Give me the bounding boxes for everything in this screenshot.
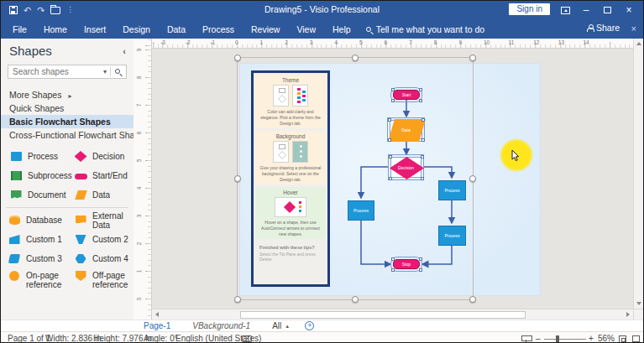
search-dropdown-icon[interactable]: ▾ [100,68,110,75]
sidebar-item-quick-shapes[interactable]: Quick Shapes [1,101,134,115]
shape-selection-handle[interactable] [389,155,392,159]
connector-decision-process-left[interactable] [361,167,389,198]
flowchart-node-stop[interactable]: Stop [393,259,420,269]
shape-selection-handle[interactable] [388,118,391,122]
shape-selection-handle[interactable] [391,88,395,91]
sidebar-item-cross-functional-flowchart-shapes[interactable]: Cross-Functional Flowchart Shapes [1,128,134,142]
ribbon-tab-view[interactable]: View [288,21,324,38]
scroll-up-icon[interactable] [636,42,641,45]
ribbon-display-options-button[interactable] [556,1,574,19]
getting-started-tip-panel[interactable]: Theme Color can add clarity and elegance… [251,70,330,287]
collapse-shapes-panel-icon[interactable]: ‹ [123,46,126,56]
angle-indicator[interactable]: Angle: 0° [144,334,178,343]
ribbon-tab-review[interactable]: Review [243,21,288,38]
zoom-slider-thumb[interactable] [556,335,559,343]
shape-selection-handle[interactable] [389,177,392,180]
stencil-icon-box [74,172,87,179]
shape-selection-handle[interactable] [421,155,424,159]
flowchart-node-process-left[interactable]: Process [348,200,374,221]
stencil-icon-box [9,190,23,200]
stencil-shape-off-page-reference[interactable]: Off-page reference [67,268,134,297]
zoom-in-button[interactable]: + [589,334,594,343]
ribbon-tab-home[interactable]: Home [35,21,76,38]
shape-selection-handle[interactable] [419,268,422,272]
ribbon-tab-process[interactable]: Process [194,21,243,38]
shape-selection-handle[interactable] [391,257,395,261]
stencil-shape-custom-3[interactable]: Custom 3 [1,249,67,268]
stencil-shape-custom-4[interactable]: Custom 4 [67,249,134,268]
shape-selection-handle[interactable] [419,257,422,261]
flowchart-node-decision[interactable]: Decision [390,157,421,178]
stencil-shape-custom-2[interactable]: Custom 2 [67,230,134,249]
scroll-down-icon[interactable] [636,302,641,305]
scrollbar-corner [633,309,644,320]
all-pages-button[interactable]: All ▲ [272,321,290,330]
search-shapes-icon[interactable] [115,69,120,74]
horizontal-scrollbar-thumb[interactable] [240,311,526,319]
stencil-shape-data[interactable]: Data [67,185,134,205]
insert-page-button[interactable]: + [305,321,314,330]
scroll-right-icon[interactable] [626,312,630,317]
page-indicator[interactable]: Page 1 of 1 [8,334,50,343]
shape-selection-handle[interactable] [388,138,391,142]
stencil-shape-subprocess[interactable]: Subprocess [1,166,67,185]
switch-windows-icon[interactable] [632,335,640,342]
stencil-icon-box [8,235,21,244]
stencil-shape-database[interactable]: Database [1,210,67,230]
share-button[interactable]: Share [587,23,620,33]
connector-process-right-stop[interactable] [422,246,452,264]
ribbon-tab-insert[interactable]: Insert [76,21,114,38]
close-button[interactable]: × [620,1,638,19]
zoom-slider[interactable] [544,339,586,340]
stencil-shape-custom-1[interactable]: Custom 1 [1,230,67,249]
flowchart-node-process-right-2[interactable]: Process [438,226,466,246]
tip-section-title: Hover [259,190,322,195]
stencil-shape-start-end[interactable]: Start/End [67,166,134,185]
shape-selection-handle[interactable] [419,88,422,91]
flowchart-node-start[interactable]: Start [393,90,420,100]
shape-selection-handle[interactable] [421,118,425,122]
drawing-area[interactable]: Theme Color can add clarity and elegance… [152,49,633,309]
collapse-ribbon-icon[interactable]: × [631,23,636,34]
stencil-shape-external-data[interactable]: External Data [67,210,134,230]
horizontal-scrollbar[interactable] [152,309,633,320]
zoom-level[interactable]: 56% [598,334,615,343]
flowchart-node-process-right-1[interactable]: Process [438,180,466,200]
sidebar-item-more-shapes[interactable]: More Shapes▸ [1,88,134,101]
scroll-left-icon[interactable] [155,312,159,317]
external-data-icon [76,216,86,225]
page-tab-page-1[interactable]: Page-1 [144,321,170,330]
shape-selection-handle[interactable] [391,99,395,102]
zoom-out-button[interactable]: – [536,334,541,343]
shape-selection-handle[interactable] [421,138,425,142]
stencil-icon-box [8,254,21,263]
ribbon-tab-design[interactable]: Design [114,21,159,38]
stencil-shape-on-page-reference[interactable]: On-page reference [1,268,67,297]
sidebar-item-label: Quick Shapes [9,103,64,113]
ribbon-tab-help[interactable]: Help [324,21,359,38]
stencil-shape-document[interactable]: Document [1,185,67,205]
sign-in-button[interactable]: Sign in [509,3,550,15]
minimize-button[interactable]: – [577,1,595,19]
keyboard-language-icon[interactable] [242,335,252,342]
ribbon-tab-file[interactable]: File [4,21,35,38]
vertical-scrollbar[interactable] [633,39,644,309]
tell-me-search[interactable]: Tell me what you want to do [366,24,485,34]
restore-button[interactable] [598,1,616,19]
shape-selection-handle[interactable] [421,177,424,180]
search-shapes-input[interactable] [8,67,100,76]
sidebar-item-basic-flowchart-shapes[interactable]: Basic Flowchart Shapes [1,115,134,128]
stencil-shape-process[interactable]: Process [1,147,67,166]
connector-decision-process-right[interactable] [424,167,452,178]
fit-page-icon[interactable] [619,335,626,343]
connector-process-left-stop[interactable] [361,221,390,264]
shape-selection-handle[interactable] [391,268,395,272]
person-icon [587,24,593,31]
ribbon-tab-data[interactable]: Data [159,21,194,38]
presentation-mode-icon[interactable] [521,335,531,341]
shape-selection-handle[interactable] [419,99,422,102]
drawing-canvas[interactable]: -3-2-101234567891011121314 [152,39,644,320]
page-tab-vbackground-1[interactable]: VBackground-1 [192,321,250,330]
stencil-shape-decision[interactable]: Decision [67,147,134,166]
flowchart-node-data[interactable]: Data [390,120,422,139]
